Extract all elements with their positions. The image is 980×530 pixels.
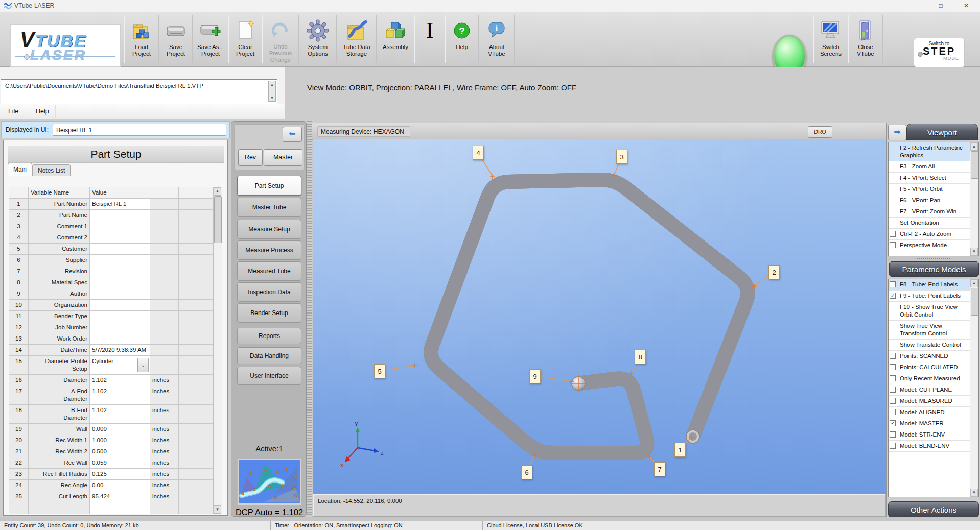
list-item[interactable]: Show True View Transform Control: [889, 321, 970, 340]
cell-value[interactable]: 0.000: [90, 424, 150, 435]
list-item[interactable]: F2 - Refresh Parametric Graphics: [889, 142, 970, 161]
expand-right-panel-button[interactable]: ➡: [888, 125, 906, 140]
project-path-combo[interactable]: C:\Users\Public\Documents\VTube\Demo Fil…: [1, 79, 277, 104]
list-item[interactable]: Model: STR-ENV: [889, 429, 970, 441]
master-button[interactable]: Master: [264, 149, 302, 166]
scroll-thumb[interactable]: [971, 151, 978, 179]
cell-value[interactable]: [90, 300, 150, 311]
list-item[interactable]: Model: CUT PLANE: [889, 384, 970, 396]
spinner-down-icon[interactable]: ▼: [270, 96, 274, 100]
cell-value[interactable]: 1.000: [90, 435, 150, 446]
maximize-button[interactable]: □: [928, 0, 953, 11]
tab-notes-list[interactable]: Notes List: [32, 164, 71, 176]
nav-bender-setup-button[interactable]: Bender Setup: [237, 303, 301, 323]
list-item[interactable]: F5 - VPort: Orbit: [889, 184, 970, 195]
scroll-thumb[interactable]: [214, 196, 222, 243]
list-item[interactable]: F6 - VPort: Pan: [889, 195, 970, 206]
active-part-thumbnail[interactable]: [237, 459, 301, 505]
list-item[interactable]: Model: ALIGNED: [889, 407, 970, 418]
checkbox[interactable]: ✓: [890, 293, 896, 299]
scroll-down-icon[interactable]: ▼: [214, 505, 221, 514]
cell-value[interactable]: Cylinder⌄: [90, 356, 150, 375]
checkbox[interactable]: [890, 281, 896, 287]
checkbox[interactable]: [890, 364, 896, 370]
cell-value[interactable]: 0.059: [90, 457, 150, 469]
scroll-down-icon[interactable]: ▼: [970, 248, 978, 256]
checkbox[interactable]: [890, 443, 896, 449]
scroll-up-icon[interactable]: ▲: [214, 187, 221, 196]
back-arrow-button[interactable]: ⬅: [283, 127, 302, 142]
load-project-button[interactable]: Load Project: [124, 15, 159, 63]
switch-screens-button[interactable]: Switch Screens: [813, 15, 848, 63]
list-item[interactable]: Show Translate Control: [889, 340, 970, 351]
checkbox[interactable]: [890, 398, 896, 404]
list-item[interactable]: F4 - VPort: Select: [889, 173, 970, 184]
nav-inspection-data-button[interactable]: Inspection Data: [237, 282, 301, 302]
path-spinner[interactable]: ▲▼: [268, 81, 276, 102]
other-actions-button[interactable]: Other Actions: [888, 501, 979, 518]
nav-master-tube-button[interactable]: Master Tube: [237, 198, 301, 217]
viewport-panel-header[interactable]: Viewport: [906, 124, 978, 140]
cell-value[interactable]: 95.424: [90, 491, 150, 502]
cell-value[interactable]: [90, 311, 150, 322]
nav-reports-button[interactable]: Reports: [237, 328, 301, 344]
menu-file[interactable]: File: [2, 105, 25, 118]
checkbox[interactable]: ✓: [890, 420, 896, 426]
viewport-3d-scene[interactable]: Y X Z 123456789: [313, 139, 886, 494]
list-item[interactable]: Only Recent Measured: [889, 373, 970, 384]
spinner-up-icon[interactable]: ▲: [270, 83, 274, 86]
dro-button[interactable]: DRO: [808, 126, 832, 138]
tab-main[interactable]: Main: [8, 163, 32, 176]
list-item[interactable]: Ctrl-F2 - Auto Zoom: [889, 229, 970, 240]
list-item[interactable]: F7 - VPort: Zoom Win: [889, 206, 970, 218]
cell-value[interactable]: [90, 255, 150, 266]
nav-data-handling-button[interactable]: Data Handling: [237, 347, 301, 364]
list-scrollbar[interactable]: ▲▼: [970, 279, 978, 497]
cell-value[interactable]: [90, 266, 150, 277]
vertical-splitter[interactable]: [307, 121, 312, 517]
checkbox[interactable]: [890, 387, 896, 393]
cell-value[interactable]: [90, 210, 150, 221]
nav-measure-setup-button[interactable]: Measure Setup: [237, 220, 301, 239]
rev-button[interactable]: Rev: [238, 149, 263, 166]
table-scrollbar[interactable]: ▲ ▼: [213, 187, 222, 514]
cell-value[interactable]: [90, 277, 150, 288]
system-options-button[interactable]: System Options: [299, 15, 337, 63]
tube-data-storage-button[interactable]: Tube Data Storage: [337, 15, 377, 63]
nav-measured-tube-button[interactable]: Measured Tube: [237, 261, 301, 281]
checkbox[interactable]: [890, 231, 896, 237]
cell-value[interactable]: 0.00: [90, 480, 150, 491]
list-item[interactable]: Perspective Mode: [889, 240, 970, 251]
list-item[interactable]: Model: BEND-ENV: [889, 441, 970, 452]
nav-user-interface-button[interactable]: User Interface: [237, 367, 301, 385]
cell-value[interactable]: 0.125: [90, 469, 150, 480]
cell-value[interactable]: 1.102: [90, 386, 150, 405]
list-item[interactable]: Model: MEASURED: [889, 396, 970, 407]
cell-value[interactable]: [90, 232, 150, 244]
close-button[interactable]: ✕: [953, 0, 979, 11]
nav-measure-process-button[interactable]: Measure Process: [237, 240, 301, 260]
checkbox[interactable]: [890, 409, 896, 415]
scroll-down-icon[interactable]: ▼: [970, 489, 978, 497]
cell-value[interactable]: [90, 244, 150, 255]
list-item[interactable]: ✓Model: MASTER: [889, 418, 970, 429]
list-scrollbar[interactable]: ▲▼: [970, 142, 978, 256]
save-project-button[interactable]: Save Project: [159, 15, 193, 63]
text-cursor-button[interactable]: I: [414, 15, 445, 63]
checkbox[interactable]: [890, 242, 896, 248]
list-item[interactable]: F8 - Tube: End Labels: [889, 279, 970, 291]
about-vtube-button[interactable]: i About VTube: [479, 15, 515, 63]
switch-to-step-mode-button[interactable]: Switch to STEP MODE: [914, 38, 965, 67]
assembly-button[interactable]: Assembly: [377, 15, 414, 63]
cell-value[interactable]: 5/7/2020 9:38:39 AM: [90, 345, 150, 356]
clear-project-button[interactable]: Clear Project: [228, 15, 262, 63]
save-as-project-button[interactable]: Save As... Project: [193, 15, 228, 63]
cell-value[interactable]: [90, 221, 150, 232]
nav-part-setup-button[interactable]: Part Setup: [237, 176, 301, 196]
displayed-in-ui-input[interactable]: Beispiel RL 1: [53, 124, 226, 136]
cell-value[interactable]: 1.102: [90, 405, 150, 424]
close-vtube-button[interactable]: Close VTube: [848, 15, 883, 63]
cell-value[interactable]: [90, 288, 150, 300]
list-item[interactable]: ✓F9 - Tube: Point Labels: [889, 291, 970, 302]
cell-value[interactable]: [90, 333, 150, 345]
